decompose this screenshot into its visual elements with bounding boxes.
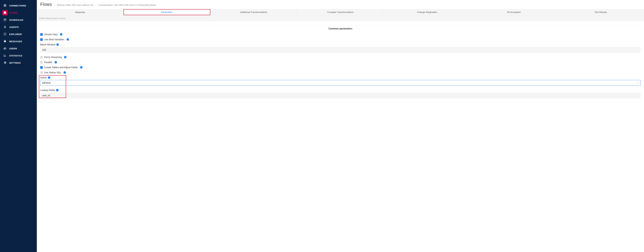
lookup-fields-input[interactable] bbox=[40, 93, 640, 98]
calendar-icon bbox=[4, 18, 6, 22]
tab-change-replication[interactable]: Change Replication bbox=[384, 9, 471, 15]
sidebar-item-schedules[interactable]: SCHEDULES bbox=[0, 16, 37, 23]
chart-line-icon bbox=[4, 54, 6, 58]
param-action: Action i bbox=[40, 76, 640, 86]
checkbox-icon bbox=[40, 38, 43, 41]
sidebar-item-label: EXPLORER bbox=[9, 33, 22, 36]
param-label: Lookup Fields bbox=[40, 89, 55, 92]
param-force-streaming[interactable]: Force Streaming i bbox=[40, 56, 640, 59]
param-label: Create Tables and Adjust Fields bbox=[44, 66, 78, 69]
compass-icon bbox=[4, 32, 6, 36]
param-parallel[interactable]: Parallel i bbox=[40, 61, 640, 64]
sidebar: CONNECTIONS FLOWS SCHEDULES AGENTS EXPLO… bbox=[0, 0, 37, 252]
sidebar-item-label: USERS bbox=[9, 47, 17, 50]
param-use-native-sql[interactable]: Use Native SQL i bbox=[40, 71, 640, 74]
sidebar-item-label: STATISTICS bbox=[9, 54, 22, 57]
info-icon[interactable]: i bbox=[60, 33, 62, 36]
sidebar-item-settings[interactable]: SETTINGS bbox=[0, 59, 37, 66]
sidebar-item-connections[interactable]: CONNECTIONS bbox=[0, 2, 37, 9]
breadcrumb-level-2[interactable]: Transformation: Get Office 365 users to … bbox=[98, 4, 156, 6]
param-stream-data[interactable]: Stream Data i bbox=[40, 33, 640, 36]
sidebar-item-label: MESSAGES bbox=[9, 40, 22, 43]
param-label: Use Bind Variables bbox=[44, 38, 64, 41]
sidebar-item-label: AGENTS bbox=[9, 26, 19, 28]
tab-complex-transformations[interactable]: Complex Transformations bbox=[297, 9, 384, 15]
sidebar-item-label: SCHEDULES bbox=[9, 19, 23, 21]
tab-test-results[interactable]: Test Results bbox=[558, 9, 644, 15]
tab-additional-transformations[interactable]: Additional Transformations bbox=[210, 9, 297, 15]
info-icon[interactable]: i bbox=[56, 43, 59, 46]
archive-icon bbox=[4, 40, 6, 43]
param-label: Batch Window bbox=[40, 43, 56, 46]
info-icon[interactable]: i bbox=[64, 56, 66, 58]
checkbox-icon bbox=[40, 33, 43, 36]
sidebar-item-explorer[interactable]: EXPLORER bbox=[0, 31, 37, 38]
breadcrumb-level-1[interactable]: Refresh Office 365 users without role bbox=[57, 4, 94, 6]
linked-source-row bbox=[37, 15, 644, 21]
param-label: Force Streaming bbox=[44, 56, 62, 59]
param-use-bind-variables[interactable]: Use Bind Variables i bbox=[40, 38, 640, 41]
main-content: Flows / Refresh Office 365 users without… bbox=[37, 0, 644, 252]
checkbox-icon bbox=[40, 66, 43, 69]
puzzle-icon bbox=[4, 11, 6, 15]
param-label: Action bbox=[40, 76, 47, 79]
sidebar-item-label: CONNECTIONS bbox=[9, 4, 26, 7]
sidebar-item-flows[interactable]: FLOWS bbox=[0, 9, 37, 16]
sidebar-item-users[interactable]: USERS bbox=[0, 45, 37, 52]
info-icon[interactable]: i bbox=[56, 89, 58, 91]
batch-window-input[interactable] bbox=[40, 47, 640, 53]
action-select[interactable] bbox=[40, 80, 640, 86]
page-title: Flows bbox=[40, 2, 52, 7]
info-icon[interactable]: i bbox=[67, 38, 69, 41]
info-icon[interactable]: i bbox=[54, 61, 57, 63]
checkbox-icon bbox=[40, 56, 43, 59]
checkbox-icon bbox=[40, 71, 43, 74]
tabs: Mappings Parameters Additional Transform… bbox=[37, 9, 644, 15]
tab-mappings[interactable]: Mappings bbox=[37, 9, 124, 15]
checkbox-icon bbox=[40, 61, 43, 64]
database-icon bbox=[4, 4, 6, 7]
param-lookup-fields: Lookup Fields i bbox=[40, 89, 640, 98]
section-title: Common parameters bbox=[40, 27, 640, 30]
sidebar-item-label: SETTINGS bbox=[9, 62, 20, 64]
gears-icon bbox=[4, 61, 6, 65]
sidebar-item-statistics[interactable]: STATISTICS bbox=[0, 52, 37, 59]
users-icon bbox=[4, 47, 6, 50]
tab-parameters[interactable]: Parameters bbox=[124, 9, 210, 15]
info-icon[interactable]: i bbox=[80, 66, 82, 69]
param-label: Parallel bbox=[44, 61, 52, 64]
agent-icon bbox=[4, 25, 6, 29]
breadcrumb: Flows / Refresh Office 365 users without… bbox=[37, 0, 644, 9]
info-icon[interactable]: i bbox=[64, 71, 66, 74]
param-label: Stream Data bbox=[44, 33, 58, 36]
param-batch-window: Batch Window i bbox=[40, 43, 640, 53]
tab-on-exception[interactable]: On Exception bbox=[471, 9, 558, 15]
linked-source-input[interactable] bbox=[37, 15, 644, 21]
param-label: Use Native SQL bbox=[44, 71, 61, 74]
sidebar-item-messages[interactable]: MESSAGES bbox=[0, 38, 37, 45]
param-create-tables[interactable]: Create Tables and Adjust Fields i bbox=[40, 66, 640, 69]
sidebar-item-label: FLOWS bbox=[9, 11, 18, 14]
info-icon[interactable]: i bbox=[48, 76, 50, 79]
sidebar-item-agents[interactable]: AGENTS bbox=[0, 23, 37, 31]
